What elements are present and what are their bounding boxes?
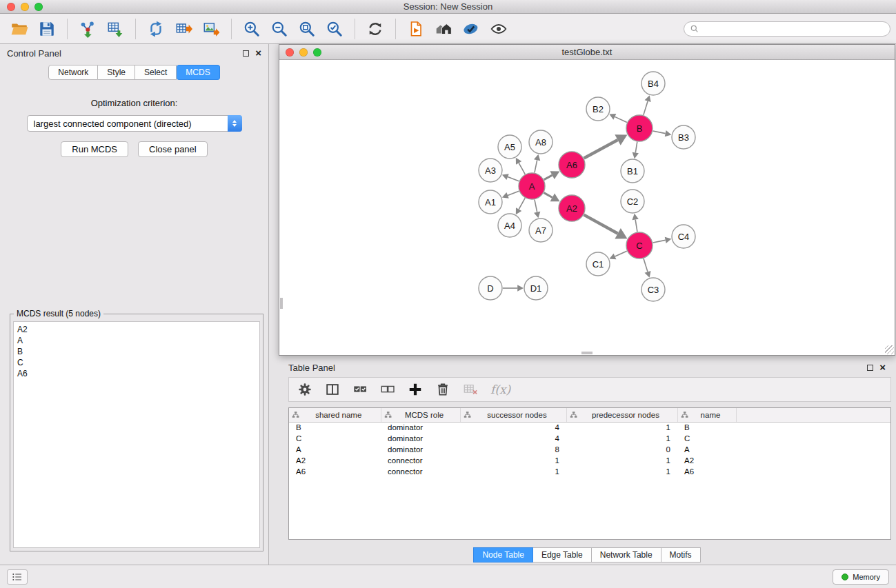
show-panels-button[interactable]	[7, 569, 28, 585]
cell-name[interactable]: C	[677, 433, 736, 444]
cell-successor-nodes[interactable]: 1	[460, 455, 566, 466]
node-A3[interactable]: A3	[479, 159, 502, 182]
node-C2[interactable]: C2	[621, 190, 644, 213]
tab-network-table[interactable]: Network Table	[592, 547, 661, 562]
network-graph[interactable]: B4B2BB3A8A5A6A3B1AC2A1A2A4A7C4CC1DD1C3	[279, 61, 895, 355]
node-A1[interactable]: A1	[479, 190, 502, 214]
cell-name[interactable]: A	[677, 444, 736, 455]
node-C1[interactable]: C1	[586, 252, 610, 276]
close-panel-button[interactable]: Close panel	[138, 141, 208, 157]
edge-B-B2[interactable]	[615, 116, 627, 122]
node-C[interactable]: C	[626, 232, 653, 258]
export-table-icon[interactable]	[171, 17, 196, 41]
edge-A6-B[interactable]	[584, 140, 618, 158]
float-panel-icon[interactable]	[867, 365, 873, 371]
mcds-result-list[interactable]: A2ABCA6	[13, 321, 260, 548]
network-window-titlebar[interactable]: testGlobe.txt	[279, 45, 895, 60]
search-box[interactable]	[684, 21, 890, 37]
cytoscape-home-icon[interactable]	[431, 17, 456, 41]
cell-successor-nodes[interactable]: 4	[460, 433, 566, 444]
zoom-light[interactable]	[313, 48, 321, 57]
node-D1[interactable]: D1	[524, 276, 548, 300]
cell-MCDS-role[interactable]: connector	[381, 466, 460, 477]
cell-shared-name[interactable]: A2	[289, 455, 381, 466]
run-mcds-button[interactable]: Run MCDS	[61, 141, 128, 157]
node-A[interactable]: A	[519, 173, 545, 199]
cell-MCDS-role[interactable]: dominator	[381, 433, 460, 444]
cell-predecessor-nodes[interactable]: 1	[566, 455, 677, 466]
edge-B-B1[interactable]	[635, 142, 637, 153]
table-row[interactable]: Bdominator41B	[289, 422, 890, 433]
node-A6[interactable]: A6	[559, 152, 585, 178]
zoom-light[interactable]	[34, 3, 43, 11]
zoom-out-icon[interactable]	[267, 17, 292, 41]
deselect-all-icon[interactable]	[380, 382, 395, 397]
edge-A-A1[interactable]	[508, 191, 519, 195]
tab-select[interactable]: Select	[135, 65, 177, 80]
close-panel-icon[interactable]	[255, 50, 261, 57]
node-A2[interactable]: A2	[559, 195, 585, 221]
window-titlebar[interactable]: Session: New Session	[0, 0, 896, 14]
show-graphics-details-icon[interactable]	[486, 17, 511, 41]
node-B1[interactable]: B1	[621, 159, 644, 183]
tab-mcds[interactable]: MCDS	[177, 65, 219, 80]
result-item[interactable]: A	[17, 335, 256, 346]
refresh-view-icon[interactable]	[363, 17, 388, 41]
cell-predecessor-nodes[interactable]: 1	[566, 466, 677, 477]
edge-A-A2[interactable]	[544, 193, 552, 198]
delete-row-icon[interactable]	[435, 382, 450, 397]
resize-grip-icon[interactable]	[885, 345, 894, 354]
cell-shared-name[interactable]: A	[289, 444, 381, 455]
close-light[interactable]	[286, 48, 294, 57]
minimize-light[interactable]	[299, 48, 308, 57]
cell-shared-name[interactable]: C	[289, 433, 381, 444]
node-A5[interactable]: A5	[498, 135, 521, 159]
node-A4[interactable]: A4	[498, 214, 521, 237]
edge-C-C2[interactable]	[635, 220, 637, 232]
result-item[interactable]: A2	[17, 324, 256, 335]
cell-predecessor-nodes[interactable]: 1	[566, 433, 677, 444]
result-item[interactable]: A6	[17, 368, 256, 379]
node-A7[interactable]: A7	[529, 219, 552, 242]
tab-edge-table[interactable]: Edge Table	[533, 547, 592, 562]
tab-node-table[interactable]: Node Table	[473, 547, 533, 562]
cell-name[interactable]: A6	[677, 466, 736, 477]
node-C4[interactable]: C4	[672, 225, 695, 248]
edge-C-C1[interactable]	[615, 251, 626, 256]
edge-A-A6[interactable]	[544, 175, 552, 179]
cell-successor-nodes[interactable]: 8	[460, 444, 566, 455]
cell-MCDS-role[interactable]: dominator	[381, 422, 460, 433]
node-B[interactable]: B	[626, 115, 653, 141]
tab-motifs[interactable]: Motifs	[661, 547, 701, 562]
column-header-shared-name[interactable]: shared name	[289, 408, 381, 422]
node-A8[interactable]: A8	[529, 130, 552, 154]
add-row-icon[interactable]	[408, 382, 423, 397]
cell-predecessor-nodes[interactable]: 0	[566, 444, 677, 455]
column-header-name[interactable]: name	[677, 408, 736, 422]
zoom-fit-icon[interactable]	[295, 17, 319, 41]
open-session-icon[interactable]	[7, 17, 32, 41]
node-B4[interactable]: B4	[641, 72, 665, 95]
criterion-dropdown[interactable]: largest connected component (directed)	[27, 115, 242, 132]
fx-icon[interactable]: f(x)	[490, 383, 510, 396]
edge-A2-C[interactable]	[584, 215, 618, 234]
result-item[interactable]: B	[17, 346, 256, 357]
cell-shared-name[interactable]: A6	[289, 466, 381, 477]
node-D[interactable]: D	[479, 276, 502, 300]
cell-predecessor-nodes[interactable]: 1	[566, 422, 677, 433]
edge-B-B3[interactable]	[653, 131, 666, 134]
edge-A-A5[interactable]	[519, 163, 525, 174]
import-network-from-file-icon[interactable]	[75, 17, 100, 41]
node-C3[interactable]: C3	[641, 278, 665, 301]
cell-MCDS-role[interactable]: dominator	[381, 444, 460, 455]
table-row[interactable]: A2connector11A2	[289, 455, 890, 466]
minimize-light[interactable]	[21, 3, 29, 11]
split-handle-icon[interactable]	[581, 352, 593, 354]
column-header-predecessor-nodes[interactable]: predecessor nodes	[566, 408, 677, 422]
table-row[interactable]: Cdominator41C	[289, 433, 890, 444]
close-panel-icon[interactable]	[879, 364, 886, 371]
zoom-selected-icon[interactable]	[322, 17, 347, 41]
dropdown-stepper-icon[interactable]	[228, 115, 242, 132]
delete-table-icon[interactable]	[463, 382, 478, 397]
search-input[interactable]	[703, 24, 884, 34]
